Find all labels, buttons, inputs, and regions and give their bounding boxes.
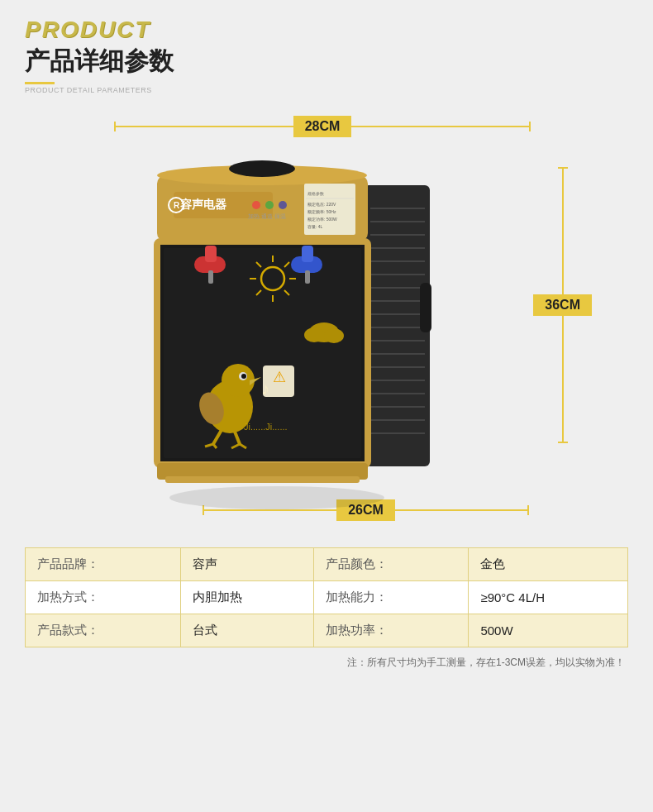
spec-value-color: 金色	[469, 548, 628, 581]
dim-height-label: 36CM	[533, 294, 592, 316]
svg-point-52	[304, 327, 324, 342]
measurement-note: 注：所有尺寸均为手工测量，存在1-3CM误差，均以实物为准！	[25, 656, 628, 670]
svg-point-28	[252, 201, 260, 209]
title-underline	[25, 82, 55, 84]
page-container: PRODUCT 产品详细参数 PRODUCT DETAIL PARAMETERS…	[0, 0, 653, 812]
product-image-area: 28CM 36CM 26CM	[25, 103, 628, 533]
specs-row-2: 加热方式： 内胆加热 加热能力： ≥90°C 4L/H	[26, 581, 628, 614]
svg-rect-58	[208, 270, 213, 284]
svg-text:容量: 4L: 容量: 4L	[307, 224, 323, 229]
specs-row-1: 产品品牌： 容声 产品颜色： 金色	[26, 548, 628, 581]
spec-label-heat-capacity: 加热能力：	[313, 581, 469, 614]
svg-text:额定电压: 220V: 额定电压: 220V	[307, 202, 336, 207]
svg-point-29	[265, 201, 274, 209]
spec-label-style: 产品款式：	[26, 614, 181, 647]
product-en-title: PRODUCT	[25, 17, 628, 43]
specs-row-3: 产品款式： 台式 加热功率： 500W	[26, 614, 628, 647]
svg-text:容声电器: 容声电器	[180, 198, 227, 211]
svg-point-30	[279, 201, 287, 209]
header-product: PRODUCT 产品详细参数 PRODUCT DETAIL PARAMETERS	[25, 17, 628, 94]
svg-text:规格参数: 规格参数	[307, 191, 324, 196]
svg-text:Ji......Ji......: Ji......Ji......	[244, 422, 288, 432]
svg-rect-57	[302, 246, 313, 262]
spec-value-heat-power: 500W	[469, 614, 628, 647]
svg-text:额定功率: 500W: 额定功率: 500W	[307, 217, 337, 222]
spec-value-heat-method: 内胆加热	[180, 581, 313, 614]
page-title: 产品详细参数	[25, 45, 628, 79]
svg-point-23	[229, 160, 295, 177]
dispenser-illustration: 容声电器 R 加热 通道 保温 规格参数 额定电压: 220V 额定频率: 50…	[83, 126, 479, 514]
svg-text:R: R	[174, 201, 180, 210]
spec-label-color: 产品颜色：	[313, 548, 469, 581]
spec-value-style: 台式	[180, 614, 313, 647]
specs-table: 产品品牌： 容声 产品颜色： 金色 加热方式： 内胆加热 加热能力： ≥90°C…	[25, 547, 628, 647]
dim-height: 36CM	[533, 167, 592, 443]
svg-point-0	[169, 486, 384, 509]
svg-rect-77	[165, 476, 360, 483]
spec-label-brand: 产品品牌：	[26, 548, 181, 581]
svg-text:额定频率: 50Hz: 额定频率: 50Hz	[307, 209, 336, 214]
svg-rect-55	[205, 246, 217, 262]
svg-point-64	[241, 374, 246, 379]
spec-label-heat-method: 加热方式：	[26, 581, 181, 614]
spec-value-heat-capacity: ≥90°C 4L/H	[469, 581, 628, 614]
spec-label-heat-power: 加热功率：	[313, 614, 469, 647]
svg-rect-20	[420, 283, 431, 332]
svg-text:加热  通道  保温: 加热 通道 保温	[248, 213, 286, 220]
svg-rect-59	[305, 270, 310, 284]
svg-point-53	[324, 328, 344, 343]
subtitle: PRODUCT DETAIL PARAMETERS	[25, 86, 628, 94]
spec-value-brand: 容声	[180, 548, 313, 581]
svg-text:⚠: ⚠	[273, 369, 286, 385]
